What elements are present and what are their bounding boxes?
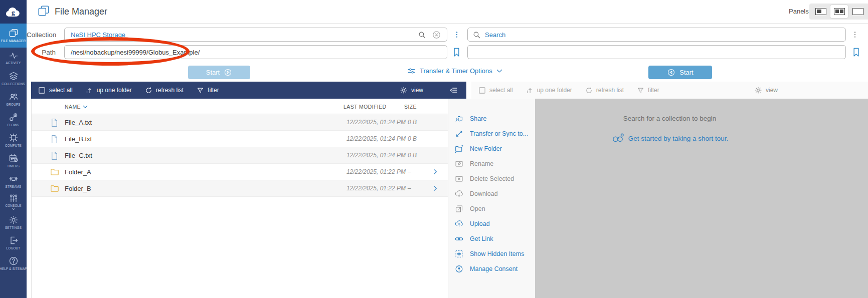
source-bookmark-icon[interactable] [451, 46, 462, 59]
sidebar-item-label: GROUPS [6, 103, 21, 107]
transfer-timer-options[interactable]: Transfer & Timer Options [407, 67, 502, 75]
menu-item-label: Rename [470, 160, 493, 167]
file-row[interactable]: File_B.txt 12/22/2025, 01:24 PM 0 B [32, 131, 466, 147]
menu-item-get-link[interactable]: Get Link [448, 231, 535, 246]
sidebar-item-help-sitemap[interactable]: HELP & SITEMAP [0, 253, 27, 273]
menu-item-manage-consent[interactable]: Manage Consent [448, 261, 535, 276]
link-icon [454, 234, 464, 243]
file-name: File_A.txt [65, 119, 92, 126]
menu-item-show-hidden[interactable]: Show Hidden Items [448, 246, 535, 261]
menu-item-delete-selected[interactable]: Delete Selected [448, 171, 535, 186]
view-label: view [766, 87, 778, 94]
column-header-name[interactable]: NAME [65, 104, 88, 110]
collapse-menu-button[interactable] [448, 86, 458, 94]
svg-text:g: g [12, 8, 15, 16]
file-actions-menu: Share Transfer or Sync to... New Folder … [448, 99, 535, 298]
transfer-start-right-button[interactable]: Start [648, 66, 712, 79]
sidebar-item-collections[interactable]: COLLECTIONS [0, 68, 27, 89]
select-all-control-disabled[interactable]: select all [478, 87, 513, 94]
file-manager-icon [8, 28, 19, 38]
collection-search-icon[interactable] [418, 31, 426, 39]
source-path-input[interactable] [64, 45, 447, 59]
menu-item-label: New Folder [470, 145, 502, 152]
start-button-label: Start [679, 69, 693, 76]
refresh-list-button[interactable]: refresh list [145, 87, 184, 94]
globus-logo[interactable]: g [0, 0, 27, 24]
file-row[interactable]: File_A.txt 12/22/2025, 01:24 PM 0 B [32, 114, 466, 131]
file-manager-page-icon [37, 5, 51, 18]
source-kebab-menu-icon[interactable] [453, 29, 460, 40]
sidebar-item-console[interactable]: CONSOLE [0, 191, 27, 212]
source-collection-input[interactable] [64, 28, 447, 42]
view-button[interactable]: view [400, 86, 423, 94]
menu-item-new-folder[interactable]: New Folder [448, 141, 535, 156]
sidebar-item-settings[interactable]: SETTINGS [0, 212, 27, 232]
destination-search-input[interactable] [467, 28, 846, 42]
menu-item-label: Open [470, 205, 485, 212]
file-icon [50, 151, 59, 161]
console-icon [8, 193, 19, 203]
menu-item-open[interactable]: Open [448, 201, 535, 216]
menu-item-download[interactable]: Download [448, 186, 535, 201]
up-one-folder-button[interactable]: up one folder [86, 87, 132, 94]
sidebar-item-file-manager[interactable]: FILE MANAGER [0, 24, 27, 48]
sidebar-item-logout[interactable]: LOGOUT [0, 232, 27, 253]
menu-item-transfer-sync[interactable]: Transfer or Sync to... [448, 126, 535, 141]
collection-label: Collection [27, 31, 56, 39]
collection-clear-icon[interactable] [432, 30, 441, 40]
transfer-start-left-button[interactable]: Start [188, 66, 250, 79]
path-label-wrap: Path [27, 45, 60, 56]
refresh-list-button-disabled[interactable]: refresh list [585, 87, 624, 94]
menu-item-label: Delete Selected [470, 175, 514, 182]
header: File Manager Panels [27, 0, 868, 24]
open-folder-chevron-icon[interactable] [432, 184, 439, 192]
menu-item-label: Manage Consent [470, 265, 517, 272]
panels-one-button[interactable] [812, 5, 829, 18]
column-header-modified[interactable]: LAST MODIFIED [343, 104, 387, 110]
destination-path-input[interactable] [467, 45, 846, 59]
filter-button[interactable]: filter [197, 87, 219, 94]
select-all-label: select all [49, 87, 73, 94]
view-button-right[interactable]: view [754, 86, 778, 94]
sidebar-item-label: COMPUTE [5, 144, 22, 148]
sidebar-item-label: STREAMS [6, 185, 22, 189]
panels-two-button[interactable] [830, 5, 848, 18]
file-row[interactable]: File_C.txt 12/22/2025, 01:24 PM 0 B [32, 147, 466, 164]
sidebar-item-flows[interactable]: FLOWS [0, 109, 27, 130]
up-arrow-icon [526, 87, 534, 94]
menu-item-share[interactable]: Share [448, 111, 535, 126]
tour-link-label: Get started by taking a short tour. [628, 135, 729, 142]
menu-item-label: Get Link [470, 235, 493, 242]
menu-item-label: Show Hidden Items [470, 250, 524, 257]
menu-collapse-icon [448, 86, 458, 94]
sidebar-item-streams[interactable]: STREAMS [0, 171, 27, 191]
column-header-size[interactable]: SIZE [404, 104, 417, 110]
refresh-list-label: refresh list [596, 87, 624, 94]
sidebar-item-compute[interactable]: COMPUTE [0, 130, 27, 150]
filter-button-disabled[interactable]: filter [637, 87, 659, 94]
up-one-folder-button-disabled[interactable]: up one folder [526, 87, 572, 94]
up-one-folder-label: up one folder [537, 87, 572, 94]
folder-row[interactable]: Folder_B 12/22/2025, 01:22 PM – [32, 180, 466, 197]
select-all-control[interactable]: select all [38, 87, 73, 94]
menu-item-upload[interactable]: Upload [448, 216, 535, 231]
checkbox-icon [478, 87, 486, 94]
sidebar-item-label: ACTIVITY [6, 62, 21, 65]
play-right-icon [224, 68, 232, 77]
panels-one-wide-button[interactable] [849, 5, 866, 18]
menu-item-rename[interactable]: Rename [448, 156, 535, 171]
sidebar-item-label: TIMERS [7, 165, 20, 168]
menu-item-label: Download [470, 190, 498, 197]
destination-bookmark-icon[interactable] [851, 46, 861, 59]
destination-kebab-menu-icon[interactable] [851, 29, 858, 40]
sidebar-item-timers[interactable]: TIMERS [0, 150, 27, 171]
sidebar-item-activity[interactable]: ACTIVITY [0, 48, 27, 68]
sliders-icon [407, 67, 416, 75]
collection-label-wrap: Collection [27, 28, 60, 39]
sidebar-item-groups[interactable]: GROUPS [0, 89, 27, 109]
select-all-label: select all [489, 87, 513, 94]
file-icon [50, 134, 59, 144]
new-folder-icon [454, 144, 464, 153]
open-folder-chevron-icon[interactable] [432, 168, 439, 176]
folder-row[interactable]: Folder_A 12/22/2025, 01:22 PM – [32, 164, 466, 180]
